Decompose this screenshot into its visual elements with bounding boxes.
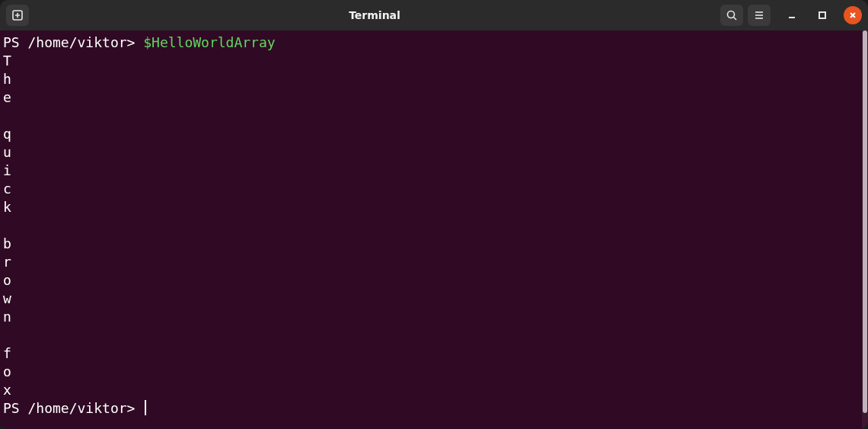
menu-button[interactable] [748, 5, 771, 26]
output-line: r [3, 254, 11, 270]
command: $HelloWorldArray [143, 34, 275, 50]
titlebar: Terminal [0, 0, 868, 30]
output-line: i [3, 162, 11, 178]
svg-line-4 [734, 18, 737, 21]
maximize-button[interactable] [813, 6, 831, 24]
output-line: o [3, 363, 11, 379]
prompt: PS /home/viktor> [3, 34, 135, 50]
prompt: PS /home/viktor> [3, 400, 135, 416]
maximize-icon [818, 11, 827, 20]
output-line: b [3, 235, 11, 251]
scrollbar[interactable] [862, 30, 868, 429]
output-line: k [3, 199, 11, 215]
output-line: e [3, 89, 11, 105]
close-button[interactable] [844, 6, 862, 24]
minimize-button[interactable] [783, 6, 801, 24]
scrollbar-thumb[interactable] [863, 30, 867, 413]
output-line: h [3, 71, 11, 87]
output-line: u [3, 144, 11, 160]
new-tab-button[interactable] [6, 5, 29, 26]
output-line: w [3, 290, 11, 306]
output-line: T [3, 53, 11, 69]
output-line: f [3, 345, 11, 361]
svg-rect-9 [819, 12, 825, 18]
terminal-body[interactable]: PS /home/viktor> $HelloWorldArray T h e … [0, 30, 868, 429]
terminal-window: Terminal [0, 0, 868, 429]
window-title: Terminal [349, 9, 400, 21]
output-line: o [3, 272, 11, 288]
cursor [145, 400, 146, 415]
output-line: x [3, 382, 11, 398]
new-tab-icon [11, 9, 24, 21]
search-button[interactable] [720, 5, 743, 26]
output-line: n [3, 309, 11, 325]
output-line: q [3, 126, 11, 142]
output-line: c [3, 181, 11, 197]
hamburger-icon [753, 9, 765, 21]
svg-point-3 [728, 11, 735, 18]
minimize-icon [787, 11, 796, 20]
search-icon [726, 9, 738, 21]
terminal-text: PS /home/viktor> $HelloWorldArray T h e … [0, 30, 862, 429]
close-icon [848, 11, 857, 20]
